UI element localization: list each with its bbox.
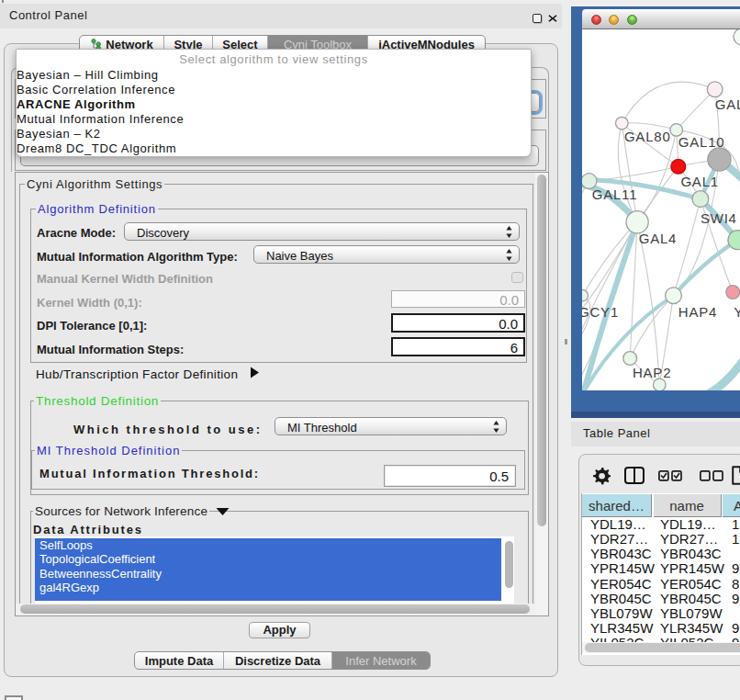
svg-text:GAL4: GAL4 [639, 231, 678, 246]
svg-text:GAL1: GAL1 [680, 174, 719, 189]
svg-text:GAL11: GAL11 [592, 186, 638, 202]
svg-text:GAL80: GAL80 [624, 129, 671, 144]
svg-text:HAP2: HAP2 [633, 365, 671, 380]
svg-text:SWI4: SWI4 [701, 210, 737, 226]
svg-text:Y: Y [734, 304, 740, 320]
svg-text:HAP4: HAP4 [678, 304, 717, 320]
svg-text:GCY1: GCY1 [582, 304, 619, 320]
svg-text:GAL8: GAL8 [715, 96, 740, 112]
svg-text:GAL10: GAL10 [678, 134, 725, 150]
